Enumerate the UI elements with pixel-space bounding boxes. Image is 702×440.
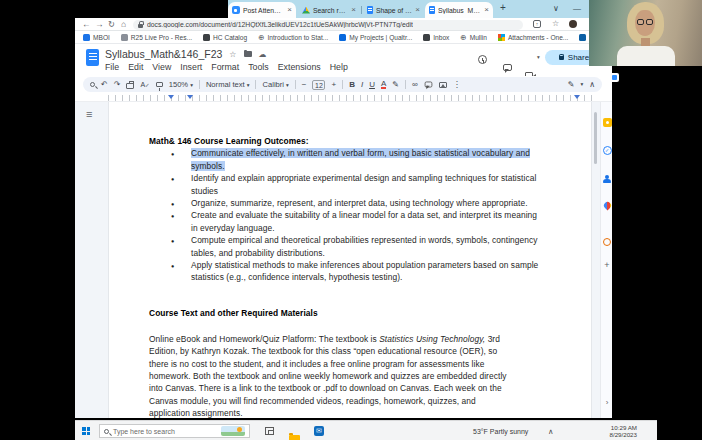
indent-marker[interactable] bbox=[168, 95, 174, 99]
shared-content-icon[interactable] bbox=[610, 73, 619, 82]
document-outline-icon[interactable]: ≡ bbox=[86, 108, 92, 120]
scrollbar[interactable] bbox=[594, 112, 597, 164]
tab-drive-search[interactable]: Search results - Google Drive × bbox=[298, 2, 360, 18]
addon-icon[interactable] bbox=[602, 238, 612, 246]
bookmark-star-icon[interactable]: ☆ bbox=[552, 19, 559, 28]
text-color-icon[interactable]: A bbox=[381, 80, 386, 89]
bookmark-qualtrics[interactable]: My Projects | Qualtr... bbox=[339, 34, 412, 41]
maps-icon[interactable] bbox=[602, 202, 612, 209]
taskbar-search-input[interactable]: Type here to search bbox=[99, 424, 250, 438]
editing-mode-pencil-icon[interactable]: ✎ bbox=[568, 80, 575, 89]
doc-line: in everyday language. bbox=[191, 223, 275, 234]
bookmark-inbox[interactable]: Inbox bbox=[423, 34, 449, 41]
insert-image-icon[interactable] bbox=[439, 82, 447, 88]
bold-icon[interactable]: B bbox=[349, 80, 355, 89]
move-folder-icon[interactable] bbox=[244, 51, 252, 57]
share-page-icon[interactable]: ↑ bbox=[533, 20, 541, 28]
star-document-icon[interactable]: ☆ bbox=[229, 50, 236, 59]
underline-icon[interactable]: U bbox=[369, 80, 375, 89]
drive-favicon bbox=[302, 7, 310, 14]
start-button[interactable] bbox=[82, 427, 90, 435]
redo-icon[interactable]: ↷ bbox=[114, 80, 121, 89]
bookmark-intro-to-stat[interactable]: ⊕ Introduction to Stat... bbox=[258, 34, 328, 41]
print-icon[interactable] bbox=[126, 83, 134, 89]
tasks-icon[interactable]: ✓ bbox=[602, 146, 612, 155]
search-menus-icon[interactable] bbox=[90, 82, 95, 87]
get-addons-icon[interactable]: + bbox=[602, 260, 612, 270]
tab-close-icon[interactable]: × bbox=[484, 6, 489, 14]
tab-close-icon[interactable]: × bbox=[415, 6, 420, 14]
document-page[interactable]: Math& 146 Course Learning Outcomes: Comm… bbox=[108, 102, 592, 418]
more-tools-icon[interactable]: ⋮ bbox=[453, 80, 461, 89]
bookmark-mullin[interactable]: ⊕ Mullin bbox=[460, 34, 487, 41]
clock[interactable]: 10:29 AM 8/29/2023 bbox=[599, 424, 637, 438]
menu-bar: File Edit View Insert Format Tools Exten… bbox=[105, 62, 348, 72]
url-text: docs.google.com/document/d/12HQtXfL3elik… bbox=[147, 21, 413, 28]
doc-bullet-line: Create and evaluate the suitability of a… bbox=[191, 210, 537, 221]
menu-format[interactable]: Format bbox=[211, 62, 239, 72]
hide-side-panel-icon[interactable]: › bbox=[602, 398, 612, 407]
forward-icon[interactable]: → bbox=[95, 19, 104, 29]
menu-extensions[interactable]: Extensions bbox=[278, 62, 321, 72]
tab-post-attendee-zoom[interactable]: Post Attendee - Zoom × bbox=[228, 2, 296, 18]
minimize-button[interactable]: — bbox=[573, 4, 581, 13]
menu-insert[interactable]: Insert bbox=[180, 62, 202, 72]
webcam-video[interactable] bbox=[589, 0, 702, 66]
document-title[interactable]: Syllabus_Math&146_F23 bbox=[105, 48, 222, 60]
back-icon[interactable]: ← bbox=[82, 19, 91, 29]
paint-format-icon[interactable] bbox=[156, 82, 163, 87]
tab-shape-of-distribution[interactable]: Shape of Distribution - Googl × bbox=[363, 2, 424, 18]
new-tab-button[interactable]: + bbox=[500, 2, 506, 13]
decrease-font-icon[interactable]: − bbox=[302, 80, 307, 89]
insert-link-icon[interactable]: ∞ bbox=[412, 80, 418, 89]
menu-edit[interactable]: Edit bbox=[128, 62, 143, 72]
bookmark-hc-catalog[interactable]: HC Catalog bbox=[203, 34, 247, 41]
spellcheck-icon[interactable]: A✓ bbox=[140, 81, 149, 88]
tab-close-icon[interactable]: × bbox=[287, 6, 292, 14]
zoom-select[interactable]: 150% ▾ bbox=[169, 80, 193, 89]
italic-icon[interactable]: I bbox=[361, 80, 363, 89]
menu-file[interactable]: File bbox=[105, 62, 119, 72]
tab-close-icon[interactable]: × bbox=[351, 6, 356, 14]
menu-tools[interactable]: Tools bbox=[248, 62, 269, 72]
hidden-icons-chevron[interactable]: ∧ bbox=[548, 427, 554, 436]
contacts-icon[interactable] bbox=[602, 174, 612, 183]
address-input[interactable]: docs.google.com/document/d/12HQtXfL3elik… bbox=[133, 20, 523, 30]
hide-menus-icon[interactable]: ∧ bbox=[589, 80, 595, 89]
file-explorer-icon[interactable] bbox=[289, 435, 300, 440]
meet-caret-icon[interactable]: ▾ bbox=[537, 54, 540, 60]
comments-icon[interactable] bbox=[503, 64, 512, 71]
menu-view[interactable]: View bbox=[152, 62, 171, 72]
menu-help[interactable]: Help bbox=[330, 62, 348, 72]
tab-search-icon[interactable]: ∨ bbox=[553, 4, 559, 13]
bookmark-attachments-onedrive[interactable]: Attachments - One... bbox=[498, 34, 568, 41]
version-history-icon[interactable] bbox=[478, 55, 487, 64]
task-view-icon[interactable] bbox=[265, 427, 274, 435]
font-select[interactable]: Calibri ▾ bbox=[262, 80, 288, 89]
bookmark-mboi[interactable]: MBOI bbox=[83, 34, 110, 41]
weather-text[interactable]: 53°F Partly sunny bbox=[473, 428, 528, 435]
ruler[interactable] bbox=[75, 93, 612, 102]
indent-marker[interactable] bbox=[187, 95, 193, 99]
docs-app-icon[interactable] bbox=[86, 49, 99, 66]
presenter-glasses bbox=[636, 19, 654, 25]
mail-icon[interactable]: ✉ bbox=[314, 426, 324, 436]
home-icon[interactable]: ⌂ bbox=[121, 19, 126, 29]
font-size-input[interactable]: 12 bbox=[312, 80, 325, 90]
bookmark-r25-live-pro[interactable]: R25 Live Pro - Res... bbox=[121, 34, 192, 41]
add-comment-icon[interactable] bbox=[424, 82, 432, 88]
undo-icon[interactable]: ↶ bbox=[101, 80, 108, 89]
keep-icon[interactable] bbox=[602, 118, 612, 127]
doc-line: symbols. bbox=[191, 161, 225, 172]
reload-icon[interactable]: ↻ bbox=[108, 19, 115, 29]
profile-avatar[interactable] bbox=[569, 20, 577, 28]
highlight-color-icon[interactable]: ✎ bbox=[392, 80, 399, 89]
right-indent-marker[interactable] bbox=[574, 95, 580, 99]
increase-font-icon[interactable]: + bbox=[331, 80, 336, 89]
bookmark-favicon bbox=[203, 34, 210, 41]
doc-line: homework. Both the textbook and online w… bbox=[149, 371, 507, 382]
paragraph-style-select[interactable]: Normal text ▾ bbox=[206, 80, 250, 89]
tab-syllabus-active[interactable]: Syllabus_Math&146_F23 - Goo × bbox=[425, 2, 493, 18]
doc-line: into Canvas. There is a link to the text… bbox=[149, 383, 502, 394]
editing-mode-caret-icon[interactable]: ▾ bbox=[580, 80, 583, 89]
